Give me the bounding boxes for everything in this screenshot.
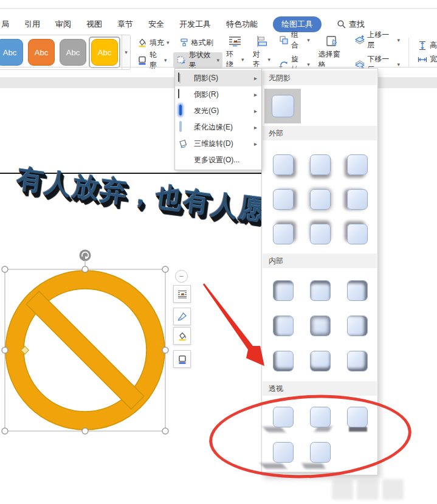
tab-references[interactable]: 引用 xyxy=(24,19,40,30)
rotation-handle[interactable] xyxy=(80,250,91,261)
menu-item-glow[interactable]: 发光(G) xyxy=(175,103,261,119)
tab-section[interactable]: 章节 xyxy=(117,19,133,30)
chevron-down-icon xyxy=(216,57,219,63)
submenu-arrow-icon xyxy=(254,124,257,131)
inner-shadow-grid xyxy=(273,280,368,371)
chevron-down-icon xyxy=(397,37,401,43)
shadow-style-thumb[interactable] xyxy=(310,351,331,371)
shadow-style-thumb[interactable] xyxy=(310,224,331,244)
format-painter-button[interactable]: 格式刷 xyxy=(176,35,216,50)
tab-review[interactable]: 审阅 xyxy=(55,19,71,30)
section-header-inner: 内部 xyxy=(263,254,377,268)
shadow-style-thumb[interactable] xyxy=(347,280,368,301)
chevron-down-icon xyxy=(267,57,270,63)
group-icon xyxy=(279,35,289,45)
menu-item-shadow[interactable]: 阴影(S) xyxy=(175,70,261,86)
submenu-arrow-icon xyxy=(254,75,257,81)
tab-developer[interactable]: 开发工具 xyxy=(179,19,211,30)
search-icon xyxy=(337,19,346,29)
submenu-arrow-icon xyxy=(254,108,257,114)
shadow-style-thumb[interactable] xyxy=(273,351,294,371)
group-label: 组合 xyxy=(291,30,305,50)
height-icon xyxy=(418,41,427,50)
shape-effects-button[interactable]: 形状效果 xyxy=(173,52,222,68)
menu-item-3d-rotation[interactable]: 三维旋转(D) xyxy=(175,136,261,152)
format-painter-icon xyxy=(179,38,189,47)
shadow-style-thumb[interactable] xyxy=(273,189,294,210)
fill-button[interactable]: 填充 xyxy=(134,35,173,50)
menu-item-label: 倒影(R) xyxy=(194,89,254,100)
shape-width-field[interactable]: 宽 xyxy=(418,54,437,64)
shape-fill-button[interactable] xyxy=(173,327,191,345)
brush-icon xyxy=(177,312,187,322)
wrap-text-icon xyxy=(229,35,241,47)
shadow-style-thumb[interactable] xyxy=(347,316,368,336)
collapse-side-toolbar-button[interactable]: − xyxy=(175,270,188,283)
submenu-arrow-icon xyxy=(254,91,257,98)
align-icon xyxy=(255,35,268,47)
shape-style-selected-frame: Abc xyxy=(89,36,120,68)
group-button[interactable]: 组合 xyxy=(279,30,310,50)
tab-view[interactable]: 视图 xyxy=(86,19,102,30)
shadow-style-thumb[interactable] xyxy=(310,316,331,336)
watermark xyxy=(332,479,404,500)
selected-prohibition-shape[interactable] xyxy=(0,243,201,441)
shadow-style-thumb[interactable] xyxy=(310,189,331,210)
style-gallery-more-button[interactable] xyxy=(122,35,130,69)
tab-special-features[interactable]: 特色功能 xyxy=(226,19,258,30)
width-icon xyxy=(418,55,427,64)
menu-item-label: 柔化边缘(E) xyxy=(194,122,254,133)
section-header-perspective: 透视 xyxy=(263,381,377,396)
annotation-arrow xyxy=(198,277,270,374)
shape-style-yellow-selected[interactable]: Abc xyxy=(91,39,118,66)
outline-icon xyxy=(137,55,147,65)
quick-style-button[interactable] xyxy=(173,308,191,325)
menu-item-soft-edges[interactable]: 柔化边缘(E) xyxy=(175,119,261,136)
ribbon-tab-bar: 局 引用 审阅 视图 章节 安全 开发工具 特色功能 绘图工具 查找 xyxy=(1,16,365,32)
blank-icon-space xyxy=(178,155,188,165)
height-label: 高 xyxy=(430,40,437,50)
shape-style-blue[interactable]: Abc xyxy=(0,39,23,66)
menu-item-label: 发光(G) xyxy=(194,106,254,116)
shape-outline-button[interactable] xyxy=(173,350,191,368)
shadow-style-thumb[interactable] xyxy=(273,316,294,336)
selection-pane-button[interactable]: 选择窗格 xyxy=(318,35,346,70)
menu-item-label: 三维旋转(D) xyxy=(194,139,254,149)
chevron-down-icon xyxy=(164,57,167,63)
shape-style-orange[interactable]: Abc xyxy=(28,39,55,66)
layout-options-icon xyxy=(177,289,187,299)
find-button[interactable]: 查找 xyxy=(337,19,365,30)
shadow-effect-icon xyxy=(178,73,188,83)
menu-item-more-settings[interactable]: 更多设置(O)... xyxy=(175,152,261,168)
tab-security[interactable]: 安全 xyxy=(148,19,164,30)
shadow-style-thumb[interactable] xyxy=(273,154,294,175)
wrap-text-button[interactable]: 环绕 xyxy=(226,35,244,70)
fill-bucket-icon xyxy=(177,331,187,341)
soft-edges-effect-icon xyxy=(178,122,188,133)
no-shadow-selected-option[interactable] xyxy=(264,89,301,123)
shadow-style-thumb[interactable] xyxy=(347,154,368,175)
align-button[interactable]: 对齐 xyxy=(253,35,271,70)
shadow-style-thumb[interactable] xyxy=(310,280,331,301)
selection-pane-icon xyxy=(326,35,339,47)
section-header-no-shadow: 无阴影 xyxy=(263,71,377,85)
prohibition-symbol[interactable] xyxy=(5,271,165,430)
shadow-style-thumb[interactable] xyxy=(310,154,331,175)
layout-options-button[interactable] xyxy=(173,285,191,303)
fill-bucket-icon xyxy=(137,38,147,47)
shadow-style-thumb[interactable] xyxy=(273,280,294,301)
tab-layout-partial[interactable]: 局 xyxy=(1,19,9,30)
outline-button[interactable]: 轮廓 xyxy=(134,52,170,68)
shape-effects-icon xyxy=(176,55,186,65)
menu-item-reflection[interactable]: 倒影(R) xyxy=(175,86,261,103)
wordart-3d-text[interactable]: 有人放弃，也有人愿意 xyxy=(15,161,297,233)
shadow-style-thumb[interactable] xyxy=(347,189,368,210)
format-buttons: 填充 格式刷 轮廓 xyxy=(134,35,222,68)
shape-style-gray[interactable]: Abc xyxy=(60,39,86,66)
bring-forward-button[interactable]: 上移一层 xyxy=(355,30,400,50)
shadow-style-thumb[interactable] xyxy=(273,224,294,244)
shadow-style-thumb[interactable] xyxy=(347,224,368,244)
chevron-down-icon xyxy=(167,40,170,46)
shadow-style-thumb[interactable] xyxy=(347,351,368,371)
shape-height-field[interactable]: 高 xyxy=(418,40,437,50)
